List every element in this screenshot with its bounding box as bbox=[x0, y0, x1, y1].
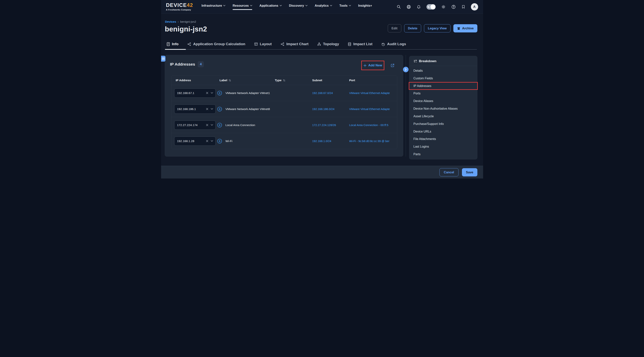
breakdown-item-asset-lifecycle[interactable]: Asset Lifecycle bbox=[409, 112, 477, 120]
save-button[interactable]: Save bbox=[462, 168, 478, 176]
help-icon[interactable] bbox=[451, 4, 456, 9]
device42-app: DEVICE 42 A Freshworks Company Infrastru… bbox=[161, 0, 483, 178]
chevron-down-icon bbox=[250, 5, 252, 6]
add-new-button[interactable]: Add New bbox=[363, 64, 382, 67]
device-actions: Edit Delete Legacy View Archive bbox=[388, 24, 478, 32]
chevron-down-icon bbox=[349, 5, 351, 6]
add-circle-icon[interactable] bbox=[217, 90, 222, 96]
chevron-down-icon[interactable] bbox=[211, 92, 213, 94]
ip-address-input[interactable]: 172.27.224.174 bbox=[174, 120, 216, 130]
port-link[interactable]: Wi-Fi - 9c:b6:d0:8c:cc:39 @ ber bbox=[349, 140, 390, 143]
menu-item-applications[interactable]: Applications bbox=[260, 4, 282, 10]
port-link[interactable]: VMware Virtual Ethernet Adapte bbox=[349, 91, 390, 94]
breakdown-item-last-logins[interactable]: Last Logins bbox=[409, 143, 477, 150]
top-navbar: DEVICE 42 A Freshworks Company Infrastru… bbox=[161, 0, 483, 14]
port-link[interactable]: Local Area Connection - 00:ff:5 bbox=[349, 124, 388, 127]
collapse-panel-button[interactable] bbox=[403, 67, 408, 72]
rows-icon bbox=[348, 42, 351, 46]
subnet-link[interactable]: 172.27.224.128/26 bbox=[312, 124, 336, 127]
tab-info[interactable]: Info bbox=[166, 42, 179, 46]
ip-label: VMware Network Adapter VMnet1 bbox=[226, 91, 270, 95]
globe-icon[interactable] bbox=[406, 4, 411, 9]
breakdown-item-device-urls[interactable]: Device URLs bbox=[409, 128, 477, 136]
edit-button[interactable]: Edit bbox=[388, 24, 401, 32]
port-link[interactable]: VMware Virtual Ethernet Adapte bbox=[349, 107, 390, 110]
breadcrumb-devices-link[interactable]: Devices bbox=[165, 20, 176, 24]
column-header-type[interactable]: Type bbox=[275, 78, 312, 82]
tab-application-group-calculation[interactable]: Application Group Calculation bbox=[187, 42, 245, 46]
chevron-down-icon[interactable] bbox=[211, 140, 213, 142]
add-circle-icon[interactable] bbox=[217, 106, 222, 112]
breakdown-item-device-non-authoritative-aliases[interactable]: Device Non-Authoritative Aliases bbox=[409, 105, 477, 112]
archive-button[interactable]: Archive bbox=[453, 24, 478, 32]
ip-address-input[interactable]: 192.168.1.28 bbox=[174, 136, 216, 146]
tab-impact-list[interactable]: Impact List bbox=[348, 42, 372, 46]
menu-item-insights[interactable]: Insights+ bbox=[358, 4, 372, 10]
breakdown-item-ip-addresses[interactable]: IP Addresses bbox=[409, 82, 477, 90]
column-header-label[interactable]: Label bbox=[220, 78, 275, 82]
breakdown-item-parts[interactable]: Parts bbox=[409, 150, 477, 158]
breadcrumb-separator: › bbox=[178, 20, 179, 24]
tab-impact-chart[interactable]: Impact Chart bbox=[280, 42, 308, 46]
breakdown-item-custom-fields[interactable]: Custom Fields bbox=[409, 74, 477, 82]
bell-icon[interactable] bbox=[416, 4, 421, 9]
add-circle-icon[interactable] bbox=[217, 122, 222, 128]
ip-table: IP Address Label Type Subnet Port 192.16… bbox=[171, 76, 397, 149]
chevron-right-icon bbox=[405, 68, 407, 71]
ip-address-input[interactable]: 192.168.186.1 bbox=[174, 104, 216, 114]
clear-icon[interactable] bbox=[206, 140, 208, 142]
breakdown-item-device-aliases[interactable]: Device Aliases bbox=[409, 97, 477, 105]
breakdown-item-details[interactable]: Details bbox=[409, 67, 477, 74]
legacy-view-button[interactable]: Legacy View bbox=[424, 24, 450, 32]
ip-table-header: IP Address Label Type Subnet Port bbox=[172, 76, 397, 85]
chevron-down-icon[interactable] bbox=[211, 108, 213, 110]
breakdown-item-purchase-support-info[interactable]: Purchase/Support Info bbox=[409, 120, 477, 128]
sort-icon[interactable] bbox=[228, 79, 231, 82]
active-tab-indicator bbox=[165, 49, 186, 50]
moon-icon bbox=[428, 5, 430, 8]
external-link-icon[interactable] bbox=[390, 63, 395, 68]
tab-topology[interactable]: Topology bbox=[317, 42, 339, 46]
breakdown-item-ports[interactable]: Ports bbox=[409, 90, 477, 97]
plus-icon bbox=[363, 64, 366, 67]
subnet-link[interactable]: 192.168.1.0/24 bbox=[312, 140, 331, 143]
list-icon bbox=[162, 58, 165, 60]
search-icon[interactable] bbox=[396, 4, 401, 9]
menu-item-analytics[interactable]: Analytics bbox=[315, 4, 332, 10]
theme-toggle[interactable] bbox=[426, 4, 436, 10]
add-new-highlight-box: Add New bbox=[361, 61, 384, 70]
menu-item-tools[interactable]: Tools bbox=[339, 4, 351, 10]
device42-logo[interactable]: DEVICE 42 A Freshworks Company bbox=[166, 3, 193, 11]
main-menu: Infrastructure Resources Applications Di… bbox=[202, 4, 372, 10]
flyout-list-button[interactable] bbox=[161, 56, 166, 62]
ip-table-row: 192.168.1.28 Wi-Fi 192.168.1.0/24 Wi-Fi … bbox=[172, 133, 397, 149]
ip-table-row: 172.27.224.174 Local Area Connection 172… bbox=[172, 117, 397, 133]
chevron-down-icon bbox=[330, 5, 332, 6]
clear-icon[interactable] bbox=[206, 124, 208, 126]
ip-label: Local Area Connection bbox=[226, 124, 255, 127]
logo-tagline: A Freshworks Company bbox=[166, 8, 193, 11]
clear-icon[interactable] bbox=[206, 92, 208, 94]
cancel-button[interactable]: Cancel bbox=[440, 168, 458, 176]
menu-item-resources[interactable]: Resources bbox=[232, 4, 252, 10]
tab-layout[interactable]: Layout bbox=[254, 42, 272, 46]
ip-address-input[interactable]: 192.168.67.1 bbox=[174, 88, 216, 98]
delete-button[interactable]: Delete bbox=[404, 24, 421, 32]
menu-label: Discovery bbox=[289, 4, 304, 8]
navbar-icons: A bbox=[396, 3, 478, 10]
add-circle-icon[interactable] bbox=[217, 138, 222, 144]
breakdown-item-file-attachments[interactable]: File Attachments bbox=[409, 135, 477, 143]
subnet-link[interactable]: 192.168.186.0/24 bbox=[312, 107, 334, 110]
bookmark-icon[interactable] bbox=[461, 4, 465, 9]
toggle-knob bbox=[430, 4, 436, 9]
gear-icon[interactable] bbox=[441, 4, 446, 9]
sort-icon[interactable] bbox=[283, 79, 286, 82]
menu-item-infrastructure[interactable]: Infrastructure bbox=[202, 4, 225, 10]
avatar[interactable]: A bbox=[471, 3, 478, 10]
avatar-letter: A bbox=[473, 5, 476, 9]
tab-audit-logs[interactable]: Audit Logs bbox=[381, 42, 406, 46]
chevron-down-icon[interactable] bbox=[211, 124, 213, 126]
subnet-link[interactable]: 192.168.67.0/24 bbox=[312, 91, 333, 94]
clear-icon[interactable] bbox=[206, 108, 208, 110]
menu-item-discovery[interactable]: Discovery bbox=[289, 4, 308, 10]
